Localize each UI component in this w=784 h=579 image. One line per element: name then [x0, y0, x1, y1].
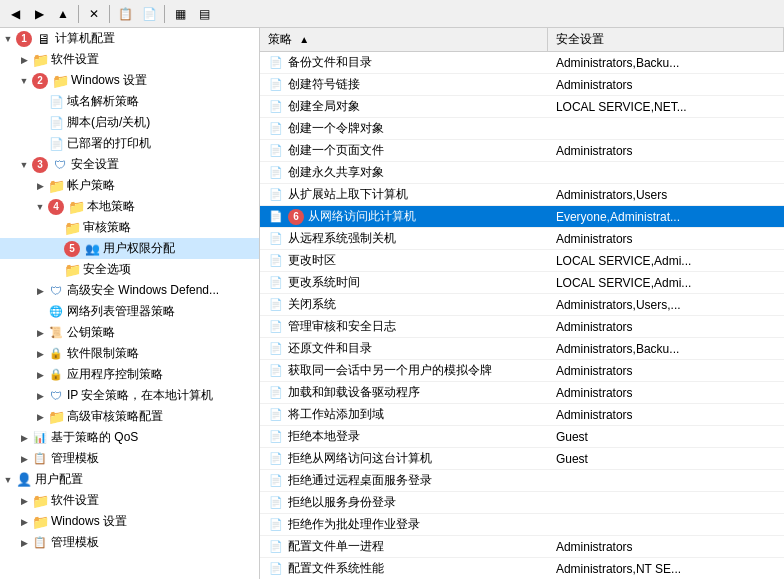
- expander-account-policy[interactable]: ▶: [32, 178, 48, 194]
- policy-label: 拒绝作为批处理作业登录: [288, 516, 420, 533]
- policy-label: 拒绝通过远程桌面服务登录: [288, 472, 432, 489]
- expander-qos[interactable]: ▶: [16, 430, 32, 446]
- table-row[interactable]: 📄获取同一会话中另一个用户的模拟令牌Administrators: [260, 360, 784, 382]
- tree-item-qos[interactable]: ▶📊基于策略的 QoS: [0, 427, 259, 448]
- policy-cell: 📄拒绝本地登录: [260, 426, 548, 448]
- security-cell: LOCAL SERVICE,NET...: [548, 96, 784, 118]
- paste-button[interactable]: 📄: [138, 3, 160, 25]
- tree-item-advanced-audit[interactable]: ▶📁高级审核策略配置: [0, 406, 259, 427]
- tree-item-local-policy[interactable]: ▼4📁本地策略: [0, 196, 259, 217]
- tree-item-security-settings[interactable]: ▼3🛡安全设置: [0, 154, 259, 175]
- security-cell: Administrators,Backu...: [548, 52, 784, 74]
- expander-advanced-security[interactable]: ▶: [32, 283, 48, 299]
- tree-item-app-control[interactable]: ▶🔒应用程序控制策略: [0, 364, 259, 385]
- expander-windows-settings[interactable]: ▼: [16, 73, 32, 89]
- expander-local-policy[interactable]: ▼: [32, 199, 48, 215]
- icon-security-settings: 🛡: [52, 157, 68, 173]
- table-row[interactable]: 📄配置文件单一进程Administrators: [260, 536, 784, 558]
- policy-label: 从远程系统强制关机: [288, 230, 396, 247]
- expander-admin-templates2[interactable]: ▶: [16, 535, 32, 551]
- table-row[interactable]: 📄拒绝从网络访问这台计算机Guest: [260, 448, 784, 470]
- table-row[interactable]: 📄拒绝本地登录Guest: [260, 426, 784, 448]
- view-button2[interactable]: ▤: [193, 3, 215, 25]
- expander-empty: [32, 304, 48, 320]
- table-row[interactable]: 📄从远程系统强制关机Administrators: [260, 228, 784, 250]
- table-row[interactable]: 📄配置文件系统性能Administrators,NT SE...: [260, 558, 784, 580]
- tree-item-windows-settings2[interactable]: ▶📁Windows 设置: [0, 511, 259, 532]
- security-cell: [548, 118, 784, 140]
- copy-button[interactable]: 📋: [114, 3, 136, 25]
- policy-label: 更改系统时间: [288, 274, 360, 291]
- tree-item-computer-config[interactable]: ▼1🖥计算机配置: [0, 28, 259, 49]
- tree-item-user-config[interactable]: ▼👤用户配置: [0, 469, 259, 490]
- header-security[interactable]: 安全设置: [548, 28, 784, 52]
- tree-item-advanced-security[interactable]: ▶🛡高级安全 Windows Defend...: [0, 280, 259, 301]
- icon-advanced-security: 🛡: [48, 283, 64, 299]
- policy-icon: 📄: [268, 253, 284, 269]
- tree-item-windows-settings[interactable]: ▼2📁Windows 设置: [0, 70, 259, 91]
- expander-security-settings[interactable]: ▼: [16, 157, 32, 173]
- table-row[interactable]: 📄更改系统时间LOCAL SERVICE,Admi...: [260, 272, 784, 294]
- expander-windows-settings2[interactable]: ▶: [16, 514, 32, 530]
- expander-app-control[interactable]: ▶: [32, 367, 48, 383]
- table-row[interactable]: 📄创建永久共享对象: [260, 162, 784, 184]
- table-row[interactable]: 📄加载和卸载设备驱动程序Administrators: [260, 382, 784, 404]
- expander-admin-templates[interactable]: ▶: [16, 451, 32, 467]
- policy-icon: 📄: [268, 385, 284, 401]
- tree-item-ip-security[interactable]: ▶🛡IP 安全策略，在本地计算机: [0, 385, 259, 406]
- expander-ip-security[interactable]: ▶: [32, 388, 48, 404]
- header-policy[interactable]: 策略 ▲: [260, 28, 548, 52]
- policy-cell: 📄加载和卸载设备驱动程序: [260, 382, 548, 404]
- action-button1[interactable]: ✕: [83, 3, 105, 25]
- tree-item-software-settings[interactable]: ▶📁软件设置: [0, 49, 259, 70]
- table-row[interactable]: 📄创建一个页面文件Administrators: [260, 140, 784, 162]
- expander-software-settings[interactable]: ▶: [16, 52, 32, 68]
- expander-computer-config[interactable]: ▼: [0, 31, 16, 47]
- security-cell: LOCAL SERVICE,Admi...: [548, 250, 784, 272]
- tree-item-software-settings2[interactable]: ▶📁软件设置: [0, 490, 259, 511]
- tree-item-admin-templates[interactable]: ▶📋管理模板: [0, 448, 259, 469]
- tree-item-account-policy[interactable]: ▶📁帐户策略: [0, 175, 259, 196]
- policy-cell: 📄更改系统时间: [260, 272, 548, 294]
- policy-cell: 📄拒绝通过远程桌面服务登录: [260, 470, 548, 492]
- table-row[interactable]: 📄更改时区LOCAL SERVICE,Admi...: [260, 250, 784, 272]
- policy-label: 创建全局对象: [288, 98, 360, 115]
- tree-item-public-key[interactable]: ▶📜公钥策略: [0, 322, 259, 343]
- table-row[interactable]: 📄创建一个令牌对象: [260, 118, 784, 140]
- table-row[interactable]: 📄关闭系统Administrators,Users,...: [260, 294, 784, 316]
- table-row[interactable]: 📄管理审核和安全日志Administrators: [260, 316, 784, 338]
- table-row[interactable]: 📄6从网络访问此计算机Everyone,Administrat...: [260, 206, 784, 228]
- forward-button[interactable]: ▶: [28, 3, 50, 25]
- policy-cell: 📄创建一个页面文件: [260, 140, 548, 162]
- table-row[interactable]: 📄创建全局对象LOCAL SERVICE,NET...: [260, 96, 784, 118]
- tree-item-software-restriction[interactable]: ▶🔒软件限制策略: [0, 343, 259, 364]
- table-row[interactable]: 📄拒绝以服务身份登录: [260, 492, 784, 514]
- tree-item-audit-policy[interactable]: 📁审核策略: [0, 217, 259, 238]
- tree-item-admin-templates2[interactable]: ▶📋管理模板: [0, 532, 259, 553]
- expander-software-settings2[interactable]: ▶: [16, 493, 32, 509]
- back-button[interactable]: ◀: [4, 3, 26, 25]
- expander-software-restriction[interactable]: ▶: [32, 346, 48, 362]
- table-row[interactable]: 📄备份文件和目录Administrators,Backu...: [260, 52, 784, 74]
- tree-item-printer[interactable]: 📄已部署的打印机: [0, 133, 259, 154]
- tree-item-domain-parse[interactable]: 📄域名解析策略: [0, 91, 259, 112]
- table-row[interactable]: 📄拒绝作为批处理作业登录: [260, 514, 784, 536]
- tree-item-user-rights[interactable]: 5👥用户权限分配: [0, 238, 259, 259]
- expander-user-config[interactable]: ▼: [0, 472, 16, 488]
- up-button[interactable]: ▲: [52, 3, 74, 25]
- policy-icon: 📄: [268, 429, 284, 445]
- table-row[interactable]: 📄还原文件和目录Administrators,Backu...: [260, 338, 784, 360]
- table-row[interactable]: 📄从扩展站上取下计算机Administrators,Users: [260, 184, 784, 206]
- table-row[interactable]: 📄创建符号链接Administrators: [260, 74, 784, 96]
- expander-empty: [48, 262, 64, 278]
- tree-item-network-list[interactable]: 🌐网络列表管理器策略: [0, 301, 259, 322]
- tree-item-script[interactable]: 📄脚本(启动/关机): [0, 112, 259, 133]
- view-button1[interactable]: ▦: [169, 3, 191, 25]
- expander-public-key[interactable]: ▶: [32, 325, 48, 341]
- label-printer: 已部署的打印机: [67, 135, 151, 152]
- table-row[interactable]: 📄将工作站添加到域Administrators: [260, 404, 784, 426]
- table-row[interactable]: 📄拒绝通过远程桌面服务登录: [260, 470, 784, 492]
- tree-item-security-options[interactable]: 📁安全选项: [0, 259, 259, 280]
- policy-label: 创建一个页面文件: [288, 142, 384, 159]
- expander-advanced-audit[interactable]: ▶: [32, 409, 48, 425]
